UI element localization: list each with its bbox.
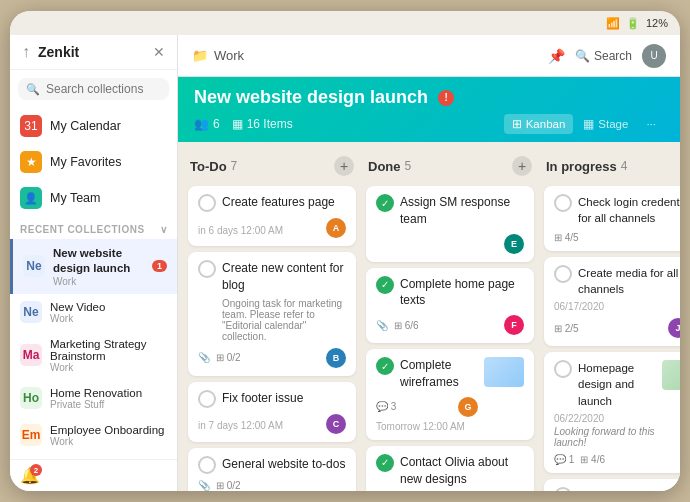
todo-checkbox[interactable] [198,260,216,278]
attach-icon: 📎 [376,320,388,331]
sidebar-item-label: Home Renovation [50,387,167,399]
column-todo: To-Do 7 + Create features page in 6 days… [188,152,356,481]
column-done-header: Done 5 + [366,152,534,180]
search-button[interactable]: 🔍 Search [575,49,632,63]
sidebar-item-employee[interactable]: Em Employee Onboarding Work [10,417,177,454]
card-meta: 06/17/2020 [554,301,680,312]
comment-tag: 💬 3 [376,401,396,412]
progress-tag: ⊞ 4/6 [580,454,605,465]
card-assign-sm[interactable]: ✓ Assign SM response team E [366,186,534,262]
todo-checkbox[interactable] [554,194,572,212]
stage-icon: ▦ [583,117,594,131]
wifi-icon: 📶 [606,17,620,30]
breadcrumb: 📁 Work [192,48,244,63]
todo-checkbox[interactable] [554,360,572,378]
progress-tag: ⊞ 0/2 [216,480,241,491]
sidebar-item-label: My Favorites [50,155,167,169]
sidebar-item-label: My Team [50,191,167,205]
items-icon: ▦ [232,117,243,131]
todo-checkbox[interactable] [198,194,216,212]
sidebar-item-my-team[interactable]: 👤 My Team [10,180,177,216]
card-thumbnail [662,360,680,390]
search-icon: 🔍 [26,83,40,96]
card-create-media[interactable]: Create media for all channels 06/17/2020… [544,257,680,346]
breadcrumb-text: Work [214,48,244,63]
folder-icon: 📁 [192,48,208,63]
column-inprogress: In progress 4 + Check login credentials … [544,152,680,481]
main-header: 📁 Work 📌 🔍 Search U [178,35,680,77]
search-icon: 🔍 [575,49,590,63]
todo-checkbox[interactable] [198,390,216,408]
column-inprogress-title: In progress [546,159,617,174]
tab-kanban[interactable]: ⊞ Kanban [504,114,574,134]
project-meta: 👥 6 ▦ 16 Items ⊞ Kanban ▦ [194,114,664,134]
sidebar-item-marketing[interactable]: Ma Marketing Strategy Brainstorm Work [10,331,177,380]
card-home-page-texts[interactable]: ✓ Complete home page texts 📎 ⊞ 6/6 F [366,268,534,344]
notification-badge: 1 [152,260,167,272]
sidebar-item-my-favorites[interactable]: ★ My Favorites [10,144,177,180]
collapse-icon[interactable]: ∨ [160,224,168,235]
sidebar-items-list: 31 My Calendar ★ My Favorites 👤 My Team … [10,108,177,459]
card-avatar: E [504,234,524,254]
sidebar-item-new-video[interactable]: Ne New Video Work [10,294,177,331]
sidebar-item-label: Marketing Strategy Brainstorm [50,338,167,362]
card-meta: Tomorrow 12:00 AM [376,421,524,432]
team-icon: 👤 [20,187,42,209]
card-create-content[interactable]: Create new content for blog Ongoing task… [188,252,356,376]
card-check-login[interactable]: Check login credentials for all channels… [544,186,680,251]
progress-tag: ⊞ 0/2 [216,352,241,363]
app-container: ↑ Zenkit ✕ 🔍 31 My Calendar ★ My Favorit… [10,35,680,491]
card-meta: in 6 days 12:00 AM [198,225,283,236]
favorites-icon: ★ [20,151,42,173]
todo-checkbox[interactable] [198,456,216,474]
alert-badge: ! [438,90,454,106]
recent-collections-header: RECENT COLLECTIONS ∨ [10,216,177,239]
card-contact-olivia[interactable]: ✓ Contact Olivia about new designs H [366,446,534,491]
project-title-row: New website design launch ! [194,87,664,108]
todo-checkbox[interactable] [554,265,572,283]
battery-level: 12% [646,17,668,29]
done-check: ✓ [376,194,394,212]
card-website-todos[interactable]: General website to-dos 📎 ⊞ 0/2 [188,448,356,491]
todo-checkbox[interactable] [554,487,572,491]
back-icon[interactable]: ↑ [22,43,30,61]
calendar-icon: 31 [20,115,42,137]
pin-icon[interactable]: 📌 [548,48,565,64]
search-input[interactable] [46,82,161,96]
tab-stage[interactable]: ▦ Stage [575,114,636,134]
sidebar-item-home-reno[interactable]: Ho Home Renovation Private Stuff [10,380,177,417]
todo-add-button[interactable]: + [334,156,354,176]
card-title: Fix footer issue [222,390,303,407]
card-homepage-design[interactable]: Homepage design and launch 06/22/2020 Lo… [544,352,680,472]
sidebar-item-new-website[interactable]: Ne New website design launch Work 1 [10,239,177,294]
card-title: Create media for all channels [578,265,680,297]
bell-badge: 2 [30,464,42,476]
ne-icon: Ne [23,255,45,277]
card-title: General website to-dos [222,456,345,473]
done-add-button[interactable]: + [512,156,532,176]
card-avatar: F [504,315,524,335]
card-launch-strategy[interactable]: Launch strategy ⊞ 1/5 ⊞ 3/5 [544,479,680,491]
column-inprogress-header: In progress 4 + [544,152,680,180]
sidebar-bottom-bar: 🔔 2 [10,459,177,491]
column-done-title: Done [368,159,401,174]
close-icon[interactable]: ✕ [153,44,165,60]
view-tabs: ⊞ Kanban ▦ Stage ··· [504,114,664,134]
sidebar-item-sublabel: Work [53,276,144,287]
sidebar-item-my-calendar[interactable]: 31 My Calendar [10,108,177,144]
card-fix-footer[interactable]: Fix footer issue in 7 days 12:00 AM C [188,382,356,442]
card-meta: in 7 days 12:00 AM [198,420,283,431]
comment-tag: 💬 1 [554,454,574,465]
sidebar-search-box[interactable]: 🔍 [18,78,169,100]
ma-icon: Ma [20,344,42,366]
card-avatar: G [458,397,478,417]
progress-tag: ⊞ 2/5 [554,323,579,334]
column-done-count: 5 [405,159,412,173]
card-wireframes[interactable]: ✓ Complete wireframes 💬 3 G [366,349,534,440]
column-done: Done 5 + ✓ Assign SM response team E [366,152,534,481]
user-avatar[interactable]: U [642,44,666,68]
kanban-icon: ⊞ [512,117,522,131]
card-create-features[interactable]: Create features page in 6 days 12:00 AM … [188,186,356,246]
card-title: Create features page [222,194,335,211]
more-options-button[interactable]: ··· [638,115,664,133]
